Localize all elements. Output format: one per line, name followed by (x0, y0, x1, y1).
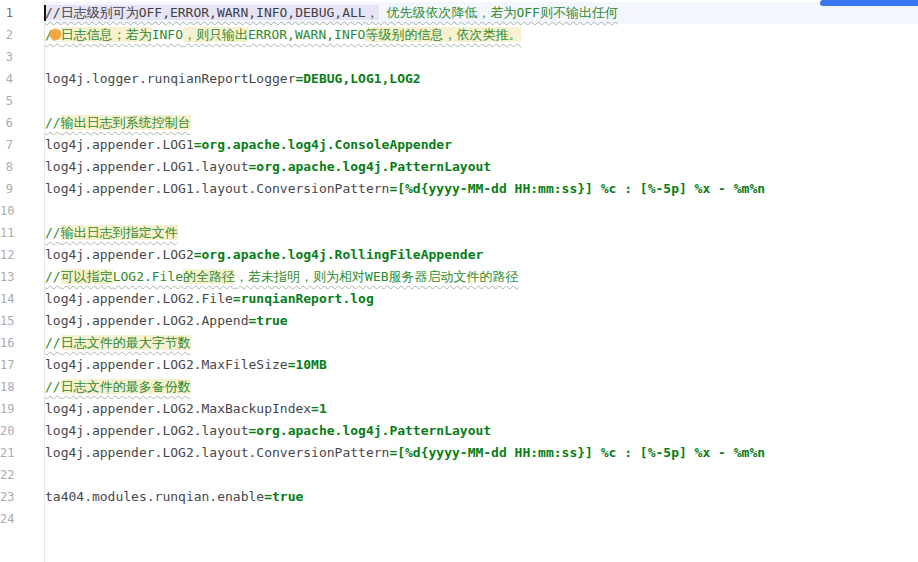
code-segment: 日志文件的最大字节数 (61, 335, 191, 350)
gutter-cell[interactable]: 3 (0, 46, 44, 68)
code-segment: 可以指定 (61, 269, 113, 284)
line-number: 13 (0, 266, 13, 288)
code-line[interactable]: 22 (0, 464, 918, 486)
code-cell: log4j.logger.runqianReportLogger=DEBUG,L… (44, 68, 918, 90)
gutter-cell[interactable]: 10 (0, 200, 44, 222)
code-cell: log4j.appender.LOG2.Append=true (44, 310, 918, 332)
line-number: 10 (0, 200, 13, 222)
code-cell: log4j.appender.LOG2.File=runqianReport.l… (44, 288, 918, 310)
gutter-separator (44, 0, 45, 562)
code-line[interactable]: 15log4j.appender.LOG2.Append=true (0, 310, 918, 332)
code-line[interactable]: 13//可以指定LOG2.File的全路径，若未指明，则为相对WEB服务器启动文… (0, 266, 918, 288)
code-segment: log4j.appender.LOG1 (45, 137, 194, 152)
code-line[interactable]: 8log4j.appender.LOG1.layout=org.apache.l… (0, 156, 918, 178)
gutter-cell[interactable]: 5 (0, 90, 44, 112)
code-segment: log4j.appender.LOG2.MaxBackupIndex (45, 401, 311, 416)
code-segment: 优先级依次降低，若为OFF则不输出任何 (386, 5, 617, 20)
gutter-cell[interactable]: 9 (0, 178, 44, 200)
code-line[interactable]: 24 (0, 508, 918, 530)
gutter-cell[interactable]: 17 (0, 354, 44, 376)
code-line[interactable]: 5 (0, 90, 918, 112)
line-number: 17 (0, 354, 13, 376)
gutter-cell[interactable]: 2 (0, 24, 44, 46)
gutter-cell[interactable]: 21 (0, 442, 44, 464)
code-segment: // (45, 379, 61, 394)
code-cell: log4j.appender.LOG1.layout=org.apache.lo… (44, 156, 918, 178)
code-cell: log4j.appender.LOG1=org.apache.log4j.Con… (44, 134, 918, 156)
gutter-cell[interactable]: 23 (0, 486, 44, 508)
line-number: 19 (0, 398, 13, 420)
code-line[interactable]: 7log4j.appender.LOG1=org.apache.log4j.Co… (0, 134, 918, 156)
line-number: 2 (0, 24, 13, 46)
gutter-cell[interactable]: 13 (0, 266, 44, 288)
code-line[interactable]: 18//日志文件的最多备份数 (0, 376, 918, 398)
code-segment: =DEBUG,LOG1,LOG2 (295, 71, 420, 86)
code-segment: ta404.modules.runqian.enable (45, 489, 264, 504)
code-cell: //日志级别可为OFF,ERROR,WARN,INFO,DEBUG,ALL， 优… (44, 2, 918, 24)
code-cell: log4j.appender.LOG2=org.apache.log4j.Rol… (44, 244, 918, 266)
line-number: 1 (0, 2, 13, 24)
code-line[interactable]: 16//日志文件的最大字节数 (0, 332, 918, 354)
line-number: 8 (0, 156, 13, 178)
line-number: 15 (0, 310, 13, 332)
gutter-cell[interactable]: 1 (0, 2, 44, 24)
code-cell (44, 464, 918, 486)
code-segment: // (45, 115, 61, 130)
code-segment: =[%d{yyyy-MM-dd HH:mm:ss}] %c : [%-5p] %… (389, 181, 765, 196)
gutter-cell[interactable]: 16 (0, 332, 44, 354)
code-line[interactable]: 10 (0, 200, 918, 222)
code-cell: //日志文件的最多备份数 (44, 376, 918, 398)
code-line[interactable]: 19log4j.appender.LOG2.MaxBackupIndex=1 (0, 398, 918, 420)
scroll-indicator-bar[interactable] (820, 0, 918, 6)
code-cell (44, 508, 918, 530)
gutter-cell[interactable]: 22 (0, 464, 44, 486)
code-segment: //日志级别可为OFF,ERROR,WARN,INFO,DEBUG,ALL， (45, 5, 379, 20)
code-line[interactable]: 1//日志级别可为OFF,ERROR,WARN,INFO,DEBUG,ALL， … (0, 2, 918, 24)
gutter-cell[interactable]: 20 (0, 420, 44, 442)
code-segment: log4j.appender.LOG2.layout.ConversionPat… (45, 445, 389, 460)
gutter-cell[interactable]: 14 (0, 288, 44, 310)
code-line[interactable]: 2//日志信息；若为INFO，则只输出ERROR,WARN,INFO等级别的信息… (0, 24, 918, 46)
line-number: 9 (0, 178, 13, 200)
code-segment: =org.apache.log4j.PatternLayout (249, 423, 492, 438)
gutter-cell[interactable]: 18 (0, 376, 44, 398)
code-segment: // (45, 335, 61, 350)
code-line[interactable]: 3 (0, 46, 918, 68)
gutter-cell[interactable]: 4 (0, 68, 44, 90)
code-segment: log4j.appender.LOG1.layout (45, 159, 249, 174)
gutter-cell[interactable]: 8 (0, 156, 44, 178)
code-line[interactable]: 9log4j.appender.LOG1.layout.ConversionPa… (0, 178, 918, 200)
code-cell: ta404.modules.runqian.enable=true (44, 486, 918, 508)
code-segment: log4j.appender.LOG1.layout.ConversionPat… (45, 181, 389, 196)
code-segment: log4j.appender.LOG2.File (45, 291, 233, 306)
code-cell (44, 90, 918, 112)
code-line[interactable]: 17log4j.appender.LOG2.MaxFileSize=10MB (0, 354, 918, 376)
code-line[interactable]: 14log4j.appender.LOG2.File=runqianReport… (0, 288, 918, 310)
gutter-cell[interactable]: 7 (0, 134, 44, 156)
gutter-cell[interactable]: 19 (0, 398, 44, 420)
code-segment: 输出日志到系统控制台 (61, 115, 191, 130)
code-cell: //可以指定LOG2.File的全路径，若未指明，则为相对WEB服务器启动文件的… (44, 266, 918, 288)
gutter-cell[interactable]: 11 (0, 222, 44, 244)
code-segment: log4j.appender.LOG2 (45, 247, 194, 262)
gutter-cell[interactable]: 15 (0, 310, 44, 332)
gutter-cell[interactable]: 12 (0, 244, 44, 266)
code-line[interactable]: 4log4j.logger.runqianReportLogger=DEBUG,… (0, 68, 918, 90)
code-segment: ，若未指明，则为相对WEB服务器启动文件的路径 (235, 269, 518, 284)
code-segment: 日志文件的最多备份数 (61, 379, 191, 394)
gutter-cell[interactable]: 6 (0, 112, 44, 134)
code-line[interactable]: 6//输出日志到系统控制台 (0, 112, 918, 134)
line-number: 7 (0, 134, 13, 156)
code-line[interactable]: 23ta404.modules.runqian.enable=true (0, 486, 918, 508)
code-line[interactable]: 11//输出日志到指定文件 (0, 222, 918, 244)
code-segment: INFO (152, 27, 183, 42)
code-line[interactable]: 12log4j.appender.LOG2=org.apache.log4j.R… (0, 244, 918, 266)
code-editor[interactable]: 1//日志级别可为OFF,ERROR,WARN,INFO,DEBUG,ALL， … (0, 0, 918, 562)
gutter-cell[interactable]: 24 (0, 508, 44, 530)
line-number: 20 (0, 420, 13, 442)
code-line[interactable]: 20log4j.appender.LOG2.layout=org.apache.… (0, 420, 918, 442)
code-segment: 日志信息；若为 (61, 27, 152, 42)
code-line[interactable]: 21log4j.appender.LOG2.layout.ConversionP… (0, 442, 918, 464)
code-cell: //输出日志到系统控制台 (44, 112, 918, 134)
intention-bulb-icon[interactable] (50, 29, 61, 40)
